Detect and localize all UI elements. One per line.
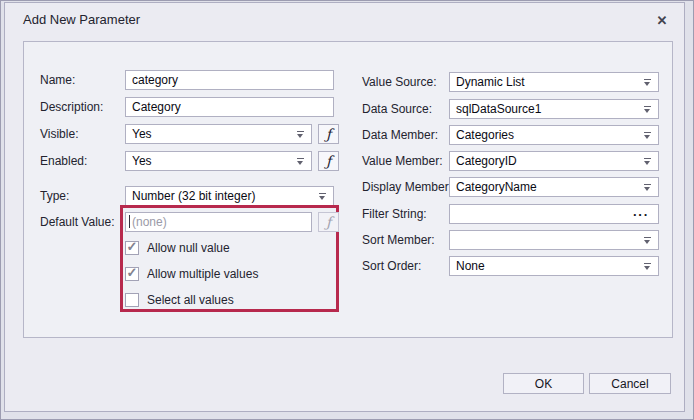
data-member-value: Categories: [456, 126, 639, 144]
description-label: Description:: [40, 97, 103, 117]
name-label: Name:: [40, 70, 75, 90]
add-new-parameter-dialog: Add New Parameter ✕ Name: Description: V…: [0, 0, 694, 420]
value-source-combo[interactable]: Dynamic List: [449, 72, 659, 92]
ellipsis-icon[interactable]: ···: [630, 205, 652, 223]
chevron-down-icon: [643, 131, 652, 139]
default-value-input[interactable]: [125, 212, 312, 232]
chevron-down-icon: [296, 157, 305, 165]
data-member-label: Data Member:: [362, 125, 438, 145]
visible-label: Visible:: [40, 124, 78, 144]
select-all-values-checkbox[interactable]: Select all values: [125, 293, 234, 307]
chevron-down-icon: [643, 157, 652, 165]
checkbox-box: [125, 293, 139, 307]
sort-order-label: Sort Order:: [362, 256, 421, 276]
text-caret: [129, 215, 130, 228]
cancel-button[interactable]: Cancel: [589, 373, 671, 394]
data-source-label: Data Source:: [362, 99, 432, 119]
allow-null-value-checkbox[interactable]: ✓ Allow null value: [125, 241, 230, 255]
type-combo[interactable]: Number (32 bit integer): [125, 186, 334, 206]
enabled-label: Enabled:: [40, 151, 87, 171]
visible-expression-button[interactable]: ƒ: [318, 124, 339, 144]
chevron-down-icon: [643, 236, 652, 244]
enabled-combo[interactable]: Yes: [125, 151, 312, 171]
sort-member-combo[interactable]: [449, 230, 659, 250]
select-all-values-label: Select all values: [147, 293, 234, 307]
enabled-value: Yes: [132, 152, 292, 170]
display-member-combo[interactable]: CategoryName: [449, 177, 659, 197]
filter-string-field[interactable]: ···: [449, 204, 659, 224]
description-input[interactable]: [125, 97, 334, 117]
type-label: Type:: [40, 186, 69, 206]
chevron-down-icon: [296, 130, 305, 138]
dialog-body: Add New Parameter ✕ Name: Description: V…: [4, 2, 685, 412]
data-member-combo[interactable]: Categories: [449, 125, 659, 145]
name-input[interactable]: [125, 70, 334, 90]
chevron-down-icon: [643, 262, 652, 270]
checkbox-box: ✓: [125, 241, 139, 255]
value-source-value: Dynamic List: [456, 73, 639, 91]
value-member-label: Value Member:: [362, 151, 442, 171]
data-source-value: sqlDataSource1: [456, 100, 639, 118]
chevron-down-icon: [318, 192, 327, 200]
default-value-expression-button: ƒ: [318, 212, 339, 232]
sort-order-value: None: [456, 257, 639, 275]
dialog-title: Add New Parameter: [23, 12, 140, 27]
value-source-label: Value Source:: [362, 72, 437, 92]
chevron-down-icon: [643, 78, 652, 86]
parameter-form-panel: Name: Description: Visible: Yes ƒ Enable…: [23, 41, 673, 338]
visible-combo[interactable]: Yes: [125, 124, 312, 144]
data-source-combo[interactable]: sqlDataSource1: [449, 99, 659, 119]
display-member-label: Display Member:: [362, 177, 452, 197]
chevron-down-icon: [643, 105, 652, 113]
checkbox-box: ✓: [125, 267, 139, 281]
value-member-combo[interactable]: CategoryID: [449, 151, 659, 171]
enabled-expression-button[interactable]: ƒ: [318, 151, 339, 171]
type-value: Number (32 bit integer): [132, 187, 314, 205]
value-member-value: CategoryID: [456, 152, 639, 170]
close-icon[interactable]: ✕: [652, 10, 672, 30]
chevron-down-icon: [643, 183, 652, 191]
check-icon: ✓: [127, 266, 138, 279]
allow-multiple-values-checkbox[interactable]: ✓ Allow multiple values: [125, 267, 258, 281]
sort-member-label: Sort Member:: [362, 230, 435, 250]
filter-string-label: Filter String:: [362, 204, 427, 224]
allow-multiple-values-label: Allow multiple values: [147, 267, 258, 281]
allow-null-value-label: Allow null value: [147, 241, 230, 255]
visible-value: Yes: [132, 125, 292, 143]
ok-button[interactable]: OK: [503, 373, 584, 394]
display-member-value: CategoryName: [456, 178, 639, 196]
sort-order-combo[interactable]: None: [449, 256, 659, 276]
default-value-label: Default Value:: [40, 212, 115, 232]
check-icon: ✓: [127, 240, 138, 253]
